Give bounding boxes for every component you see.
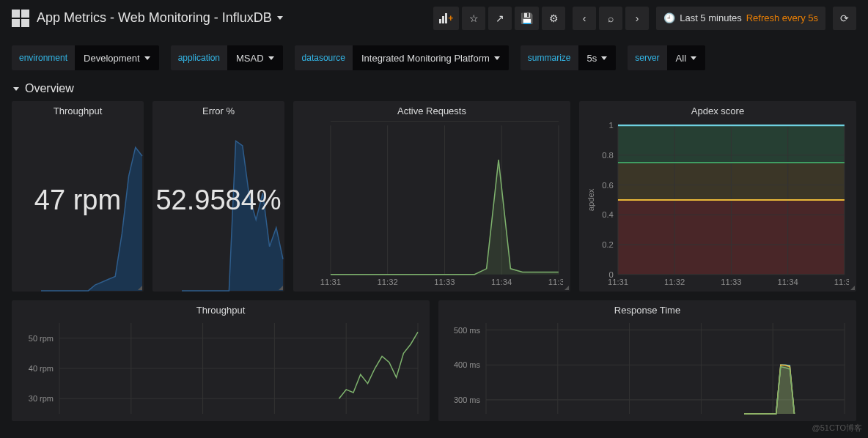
grafana-logo-icon[interactable] — [12, 10, 29, 27]
response-time-chart: 300 ms400 ms500 ms — [446, 320, 849, 417]
variable-row: environment Development application MSAD… — [0, 37, 868, 79]
resize-handle-icon[interactable] — [564, 286, 569, 290]
row-title: Overview — [25, 82, 74, 95]
svg-text:11:33: 11:33 — [434, 278, 455, 286]
svg-text:11:31: 11:31 — [608, 278, 628, 286]
add-panel-button[interactable]: + — [433, 7, 459, 30]
svg-text:11:35: 11:35 — [548, 278, 563, 286]
panel-active-requests[interactable]: Active Requests 11:3111:3211:3311:3411:3… — [293, 101, 570, 292]
row-header-overview[interactable]: Overview — [0, 79, 868, 101]
var-label: datasource — [295, 45, 353, 70]
caret-down-icon — [494, 56, 500, 60]
resize-handle-icon[interactable] — [850, 286, 855, 290]
throughput-chart: 30 rpm40 rpm50 rpm — [19, 320, 422, 417]
error-value: 52.9584% — [152, 185, 284, 216]
zoom-out-button[interactable]: ⌕ — [599, 7, 622, 30]
var-summarize[interactable]: summarize 5s — [521, 45, 616, 70]
panel-throughput-stat[interactable]: Throughput 47 rpm — [12, 101, 144, 292]
var-label: application — [171, 45, 227, 70]
panel-apdex[interactable]: Apdex score 11:3111:3211:3311:3411:3500.… — [579, 101, 856, 292]
var-environment[interactable]: environment Development — [12, 45, 159, 70]
refresh-button[interactable]: ⟳ — [833, 7, 856, 30]
time-forward-button[interactable]: › — [625, 7, 649, 30]
star-button[interactable]: ☆ — [462, 7, 485, 30]
apdex-chart: 11:3111:3211:3311:3411:3500.20.40.60.81a… — [586, 121, 849, 289]
refresh-icon: ⟳ — [840, 12, 849, 24]
svg-text:40 rpm: 40 rpm — [29, 364, 54, 373]
settings-button[interactable]: ⚙ — [542, 7, 565, 30]
refresh-interval-label: Refresh every 5s — [746, 12, 818, 23]
panel-title: Response Time — [438, 300, 856, 317]
var-value: All — [676, 53, 686, 64]
dashboard-title[interactable]: App Metrics - Web Monitoring - InfluxDB — [37, 10, 283, 26]
watermark: @51CTO博客 — [812, 423, 862, 434]
panel-row-1: Throughput 47 rpm Error % 52.9584% Activ… — [0, 101, 868, 292]
svg-text:0.8: 0.8 — [602, 151, 614, 160]
svg-text:11:34: 11:34 — [491, 278, 512, 286]
var-value: 5s — [587, 53, 597, 64]
var-label: server — [628, 45, 666, 70]
var-value: Development — [84, 53, 140, 64]
panel-response-time[interactable]: Response Time 300 ms400 ms500 ms — [438, 300, 856, 421]
caret-down-icon — [277, 16, 283, 20]
caret-down-icon — [144, 56, 150, 60]
svg-text:0.4: 0.4 — [602, 210, 614, 219]
svg-text:500 ms: 500 ms — [454, 326, 481, 335]
add-panel-icon — [439, 13, 447, 23]
var-server[interactable]: server All — [628, 45, 705, 70]
share-icon: ↗ — [496, 12, 504, 24]
chevron-down-icon — [13, 87, 19, 91]
panel-title: Throughput — [12, 300, 430, 317]
zoom-icon: ⌕ — [608, 12, 614, 24]
var-application[interactable]: application MSAD — [171, 45, 283, 70]
var-value: MSAD — [236, 53, 264, 64]
chevron-left-icon: ‹ — [583, 12, 586, 24]
svg-text:0.2: 0.2 — [602, 240, 614, 249]
var-label: summarize — [521, 45, 578, 70]
panel-row-2: Throughput 30 rpm40 rpm50 rpm Response T… — [0, 292, 868, 421]
time-picker[interactable]: 🕘 Last 5 minutes Refresh every 5s — [656, 7, 825, 30]
var-label: environment — [12, 45, 75, 70]
topbar: App Metrics - Web Monitoring - InfluxDB … — [0, 0, 868, 37]
svg-text:11:32: 11:32 — [378, 278, 398, 286]
share-button[interactable]: ↗ — [488, 7, 512, 30]
resize-handle-icon[interactable] — [138, 286, 142, 290]
panel-throughput-graph[interactable]: Throughput 30 rpm40 rpm50 rpm — [12, 300, 430, 421]
caret-down-icon — [268, 56, 274, 60]
chevron-right-icon: › — [636, 12, 639, 24]
svg-text:apdex: apdex — [586, 188, 595, 211]
save-icon: 💾 — [521, 12, 533, 24]
svg-text:11:35: 11:35 — [834, 278, 849, 286]
panel-error-stat[interactable]: Error % 52.9584% — [152, 101, 284, 292]
var-value: Integrated Monitoring Platform — [361, 53, 490, 64]
svg-text:0: 0 — [609, 270, 614, 279]
active-requests-chart: 11:3111:3211:3311:3411:3500.250.500.7511… — [301, 121, 563, 289]
svg-text:0.6: 0.6 — [602, 181, 614, 190]
svg-text:300 ms: 300 ms — [454, 396, 481, 404]
title-text: App Metrics - Web Monitoring - InfluxDB — [37, 10, 272, 26]
panel-title: Active Requests — [293, 101, 570, 118]
panel-title: Error % — [152, 101, 284, 118]
svg-text:400 ms: 400 ms — [454, 360, 481, 369]
clock-icon: 🕘 — [663, 12, 675, 23]
time-range-label: Last 5 minutes — [680, 12, 742, 23]
time-nav: ‹ ⌕ › — [573, 7, 649, 30]
caret-down-icon — [691, 56, 696, 60]
toolbar: + ☆ ↗ 💾 ⚙ — [433, 7, 565, 30]
svg-text:50 rpm: 50 rpm — [29, 334, 54, 343]
var-datasource[interactable]: datasource Integrated Monitoring Platfor… — [295, 45, 509, 70]
throughput-value: 47 rpm — [12, 185, 144, 216]
star-icon: ☆ — [469, 12, 479, 24]
svg-text:30 rpm: 30 rpm — [29, 394, 54, 403]
panel-title: Apdex score — [579, 101, 856, 118]
time-back-button[interactable]: ‹ — [573, 7, 596, 30]
save-button[interactable]: 💾 — [515, 7, 539, 30]
resize-handle-icon[interactable] — [279, 286, 283, 290]
svg-text:11:34: 11:34 — [778, 278, 798, 286]
svg-text:1.25: 1.25 — [310, 121, 326, 122]
svg-text:11:32: 11:32 — [664, 278, 685, 286]
svg-text:1: 1 — [609, 121, 614, 130]
svg-text:11:33: 11:33 — [721, 278, 741, 286]
panel-title: Throughput — [12, 101, 144, 118]
gear-icon: ⚙ — [549, 12, 559, 24]
